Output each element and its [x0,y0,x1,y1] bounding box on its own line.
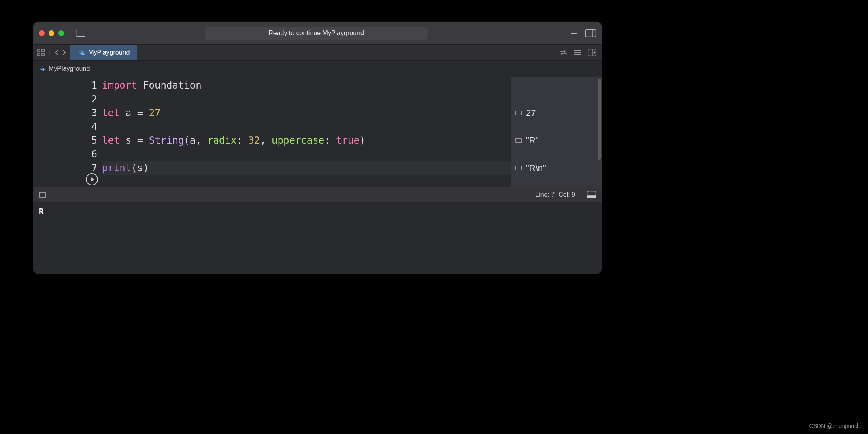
results-sidebar: 27"R""R\n" [511,77,602,187]
svg-rect-9 [42,53,44,56]
console-output: R [39,206,44,216]
library-button[interactable] [585,29,596,37]
separator [581,191,581,198]
format-icon[interactable] [573,49,582,56]
code-line[interactable]: let s = String(a, radix: 32, uppercase: … [102,134,511,147]
status-text: Ready to continue MyPlayground [268,30,364,37]
separator: | [49,49,50,56]
code-area[interactable]: import Foundationlet a = 27let s = Strin… [102,77,511,187]
xcode-window: Ready to continue MyPlayground | MyPlayg… [33,22,602,274]
swap-icon[interactable] [559,49,568,56]
code-line[interactable]: import Foundation [102,79,511,92]
traffic-lights [39,30,64,36]
panel-icon [585,29,596,37]
result-value: "R\n" [526,163,546,173]
line-gutter: 1234567 [33,77,102,187]
quicklook-icon[interactable] [515,111,522,115]
result-value: 27 [526,108,536,118]
close-icon[interactable] [39,30,45,36]
run-button[interactable] [86,173,98,185]
line-number: 4 [33,120,97,134]
code-line[interactable] [102,92,511,106]
add-editor-icon[interactable] [588,49,596,56]
swift-icon [39,66,45,72]
svg-rect-7 [42,49,44,52]
line-number: 7 [33,161,97,175]
swift-icon [78,49,85,56]
svg-rect-19 [587,196,596,198]
line-number: 1 [33,79,97,92]
svg-rect-8 [38,53,40,56]
debug-bar: Line: 7 Col: 9 [33,187,602,202]
editor: 1234567 import Foundationlet a = 27let s… [33,77,602,187]
nav-forward-icon[interactable] [62,49,66,56]
add-button[interactable] [570,29,578,37]
cursor-position: Line: 7 Col: 9 [535,191,575,198]
quicklook-icon[interactable] [515,138,522,143]
sidebar-toggle-button[interactable] [74,28,87,39]
breakpoint-toggle-icon[interactable] [39,192,46,198]
zoom-icon[interactable] [58,30,64,36]
related-items-icon[interactable] [37,49,45,56]
console-toggle-icon[interactable] [587,191,596,198]
result-row[interactable]: "R\n" [511,161,602,175]
svg-rect-6 [38,49,40,52]
status-bar[interactable]: Ready to continue MyPlayground [205,27,428,40]
sidebar-icon [76,30,85,37]
result-row[interactable]: "R" [511,134,602,147]
quicklook-icon[interactable] [515,166,522,170]
watermark: CSDN @zhonguncle [809,423,862,429]
svg-rect-4 [586,29,596,37]
titlebar: Ready to continue MyPlayground [33,22,602,45]
line-number: 5 [33,134,97,147]
nav-back-icon[interactable] [54,49,59,56]
line-number: 6 [33,147,97,161]
minimize-icon[interactable] [49,30,54,36]
result-row[interactable]: 27 [511,106,602,120]
plus-icon [570,29,578,37]
tab-myplayground[interactable]: MyPlayground [70,45,137,60]
breadcrumb[interactable]: MyPlayground [33,61,602,77]
tab-label: MyPlayground [88,49,130,56]
line-number: 2 [33,92,97,106]
console[interactable]: R [33,202,602,274]
tab-bar: | MyPlayground [33,45,602,61]
code-line[interactable] [102,120,511,134]
code-line[interactable] [102,147,511,161]
breadcrumb-label: MyPlayground [49,65,90,72]
line-number: 3 [33,106,97,120]
code-line[interactable]: let a = 27 [102,106,511,120]
svg-rect-0 [76,30,85,36]
result-value: "R" [526,135,539,146]
code-line[interactable]: print(s) [102,161,511,175]
